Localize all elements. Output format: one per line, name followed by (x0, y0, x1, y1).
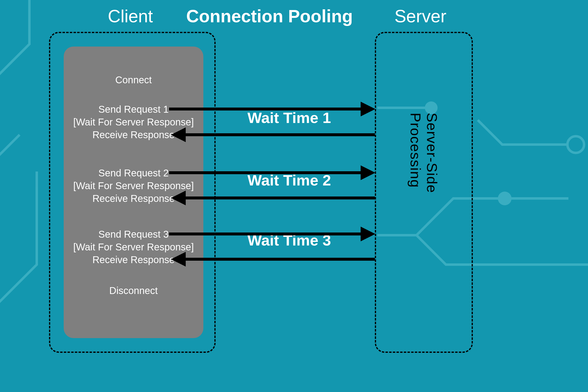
server-processing-label: Server-Side Processing (408, 113, 440, 272)
svg-point-2 (568, 136, 584, 153)
step-send-2: Send Request 2 (64, 166, 203, 179)
step-connect: Connect (64, 74, 203, 86)
wait-time-label-1: Wait Time 1 (248, 109, 331, 126)
client-steps-panel: Connect Send Request 1 [Wait For Server … (64, 46, 203, 338)
step-send-3: Send Request 3 (64, 228, 203, 240)
diagram-title: Connection Pooling (186, 6, 353, 26)
step-wait-1: [Wait For Server Response] (64, 116, 203, 128)
step-recv-2: Receive Response (64, 192, 203, 205)
step-recv-3: Receive Response (64, 253, 203, 266)
step-recv-1: Receive Response (64, 128, 203, 141)
request-group-2: Send Request 2 [Wait For Server Response… (64, 166, 203, 205)
step-wait-2: [Wait For Server Response] (64, 179, 203, 192)
request-group-3: Send Request 3 [Wait For Server Response… (64, 228, 203, 266)
wait-time-label-2: Wait Time 2 (248, 172, 331, 189)
server-container: Server-Side Processing (375, 32, 473, 353)
step-wait-3: [Wait For Server Response] (64, 240, 203, 253)
step-send-1: Send Request 1 (64, 103, 203, 116)
svg-point-1 (498, 192, 512, 205)
step-disconnect: Disconnect (64, 284, 203, 297)
client-heading: Client (108, 6, 153, 26)
request-group-1: Send Request 1 [Wait For Server Response… (64, 103, 203, 141)
wait-time-label-3: Wait Time 3 (248, 232, 331, 249)
server-heading: Server (394, 6, 446, 26)
